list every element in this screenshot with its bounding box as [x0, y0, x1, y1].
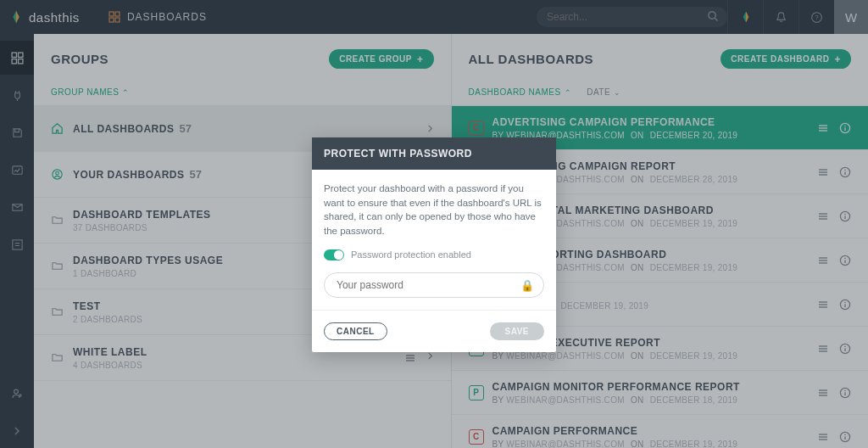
modal-description: Protect your dashboard with a password i… — [324, 182, 544, 238]
modal-footer: CANCEL SAVE — [312, 310, 556, 352]
modal-title: PROTECT WITH PASSWORD — [312, 137, 556, 170]
toggle-label: Password protection enabled — [351, 249, 471, 262]
save-button[interactable]: SAVE — [490, 322, 545, 340]
password-field-wrap: 🔒 — [324, 272, 544, 298]
lock-icon: 🔒 — [520, 278, 534, 294]
password-toggle[interactable] — [324, 249, 344, 260]
password-modal: PROTECT WITH PASSWORD Protect your dashb… — [312, 137, 556, 352]
toggle-row: Password protection enabled — [324, 249, 544, 262]
modal-body: Protect your dashboard with a password i… — [312, 170, 556, 310]
password-input[interactable] — [324, 272, 544, 298]
cancel-button[interactable]: CANCEL — [324, 322, 387, 340]
